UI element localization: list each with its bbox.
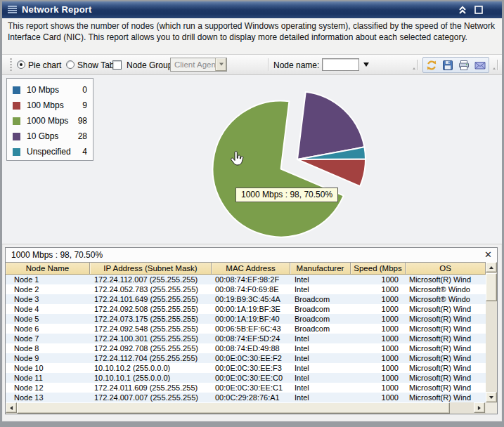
table-cell: Microsoft(R) Wind: [406, 393, 486, 402]
toolbar-overflow-marker[interactable]: [413, 60, 418, 70]
table-cell: 00:0C:29:28:76:A1: [212, 393, 290, 402]
table-cell: Node 12: [6, 383, 90, 393]
legend-label: 1000 Mbps: [27, 116, 78, 126]
table-row[interactable]: Node 12172.24.011.609 (255.255.255)00:0E…: [6, 383, 486, 393]
chevron-up-double-icon: [458, 5, 467, 15]
radio-pie-chart[interactable]: [17, 60, 25, 69]
table-cell: Intel: [290, 334, 351, 343]
save-icon: [441, 59, 454, 72]
table-cell: Node 9: [6, 353, 90, 363]
table-row[interactable]: Node 5172.24.073.175 (255.255.255)00:00:…: [6, 314, 486, 324]
horizontal-scrollbar[interactable]: [6, 402, 486, 414]
node-name-dropdown-button[interactable]: [363, 63, 369, 70]
table-row[interactable]: Node 2172.24.052.783 (255.255.255)00:08:…: [6, 284, 486, 294]
table-cell: Intel: [290, 393, 351, 402]
node-group-dropdown-button[interactable]: [215, 58, 226, 71]
email-icon: [474, 59, 486, 72]
vertical-scroll-thumb[interactable]: [486, 273, 497, 301]
column-header[interactable]: OS: [406, 263, 486, 274]
table-cell: Intel: [290, 353, 351, 363]
vertical-scrollbar[interactable]: [486, 262, 497, 402]
table-cell: 1000: [351, 393, 406, 402]
toolbar-action-group: [422, 57, 489, 73]
table-cell: Microsoft(R) Wind: [406, 383, 486, 393]
table-cell: 1000: [351, 324, 406, 334]
grip-icon: [8, 6, 17, 14]
legend-label: 10 Mbps: [27, 85, 82, 95]
horizontal-scroll-thumb[interactable]: [17, 402, 450, 414]
arrow-down-icon: [489, 395, 493, 400]
column-header[interactable]: MAC Address: [212, 263, 290, 274]
toolbar-grip[interactable]: [10, 58, 12, 71]
table-row[interactable]: Node 1172.24.112.007 (255.255.255)00:08:…: [6, 275, 486, 284]
arrow-up-icon: [489, 264, 493, 269]
scroll-up-button[interactable]: [486, 262, 497, 272]
table-cell: 00:0E:0C:30:EE:C1: [212, 383, 290, 393]
table-cell: 1000: [351, 373, 406, 383]
table-row[interactable]: Node 8172.24.092.708 (255.255.255)00:08:…: [6, 343, 486, 353]
print-button[interactable]: [458, 59, 470, 72]
table-cell: 10.10.10.1 (255.0.0.0): [90, 373, 212, 383]
scroll-left-button[interactable]: [6, 402, 17, 413]
node-name-label: Node name:: [273, 60, 319, 70]
table-cell: 172.24.052.783 (255.255.255): [90, 284, 212, 294]
table-cell: Microsoft® Windo: [406, 294, 486, 304]
table-header-row: Node NameIP Address (Subnet Mask)MAC Add…: [6, 262, 486, 275]
close-button[interactable]: ✕: [483, 249, 493, 260]
node-group-value: Client Agent: [171, 58, 215, 71]
column-header[interactable]: IP Address (Subnet Mask): [90, 263, 212, 274]
toolbar-overflow-marker[interactable]: [493, 60, 498, 70]
column-header[interactable]: Manufacturer: [290, 263, 351, 274]
table-row[interactable]: Node 1010.10.10.2 (255.0.0.0)00:0E:0C:30…: [6, 363, 486, 373]
table-cell: 00:19:B9:3C:45:4A: [212, 294, 290, 304]
column-header[interactable]: Node Name: [6, 263, 90, 274]
column-header[interactable]: Speed (Mbps: [351, 263, 406, 274]
table-row[interactable]: Node 4172.24.092.508 (255.255.255)00:00:…: [6, 304, 486, 314]
table-row[interactable]: Node 1110.10.10.1 (255.0.0.0)00:0E:0C:30…: [6, 373, 486, 383]
table-row[interactable]: Node 13172.24.007.007 (255.255.255)00:0C…: [6, 393, 486, 402]
legend-label: Unspecified: [27, 147, 82, 157]
caret-down-icon: [219, 63, 224, 68]
table-cell: 172.24.092.508 (255.255.255): [90, 304, 212, 314]
scrollbar-corner: [486, 402, 497, 414]
table-row[interactable]: Node 6172.24.092.548 (255.255.255)00:06:…: [6, 324, 486, 334]
table-cell: Node 4: [6, 304, 90, 314]
refresh-icon: [425, 59, 438, 72]
node-name-input[interactable]: [322, 58, 359, 71]
restore-button[interactable]: [474, 5, 484, 15]
legend-item: 100 Mbps9: [13, 98, 87, 113]
table-cell: 172.24.112.704 (255.255.255): [90, 353, 212, 363]
window-title: Network Report: [22, 1, 92, 18]
table-row[interactable]: Node 3172.24.101.649 (255.255.255)00:19:…: [6, 294, 486, 304]
table-cell: Broadcom: [290, 304, 351, 314]
node-group-checkbox[interactable]: [112, 60, 122, 70]
table-cell: Intel: [290, 373, 351, 383]
table-cell: 1000: [351, 334, 406, 343]
table-cell: Node 7: [6, 334, 90, 343]
legend-label: 100 Mbps: [27, 100, 82, 110]
drilldown-header: 1000 Mbps : 98, 70.50%: [6, 248, 497, 262]
collapse-button[interactable]: [458, 5, 467, 15]
square-icon: [474, 5, 484, 15]
table-cell: 172.24.092.708 (255.255.255): [90, 343, 212, 353]
table-row[interactable]: Node 9172.24.112.704 (255.255.255)00:0E:…: [6, 353, 486, 363]
scroll-right-button[interactable]: [474, 402, 485, 413]
table-cell: Intel: [290, 383, 351, 393]
table-cell: Microsoft(R) Wind: [406, 314, 486, 324]
legend-label: 10 Gbps: [27, 131, 78, 141]
scroll-down-button[interactable]: [486, 392, 497, 402]
radio-show-table[interactable]: [66, 60, 75, 69]
table-row[interactable]: Node 7172.24.100.301 (255.255.255)00:08:…: [6, 334, 486, 343]
legend-count: 0: [82, 85, 87, 95]
node-group-select[interactable]: Client Agent: [170, 58, 227, 72]
legend-color-swatch: [13, 102, 20, 110]
table-cell: Intel: [290, 275, 351, 284]
titlebar: Network Report: [2, 1, 502, 18]
radio-pie-chart-label[interactable]: Pie chart: [28, 60, 61, 70]
print-icon: [458, 59, 470, 72]
email-button[interactable]: [474, 59, 486, 72]
refresh-button[interactable]: [425, 59, 438, 72]
table-cell: Node 5: [6, 314, 90, 324]
save-button[interactable]: [441, 59, 454, 72]
legend-count: 9: [82, 100, 87, 110]
